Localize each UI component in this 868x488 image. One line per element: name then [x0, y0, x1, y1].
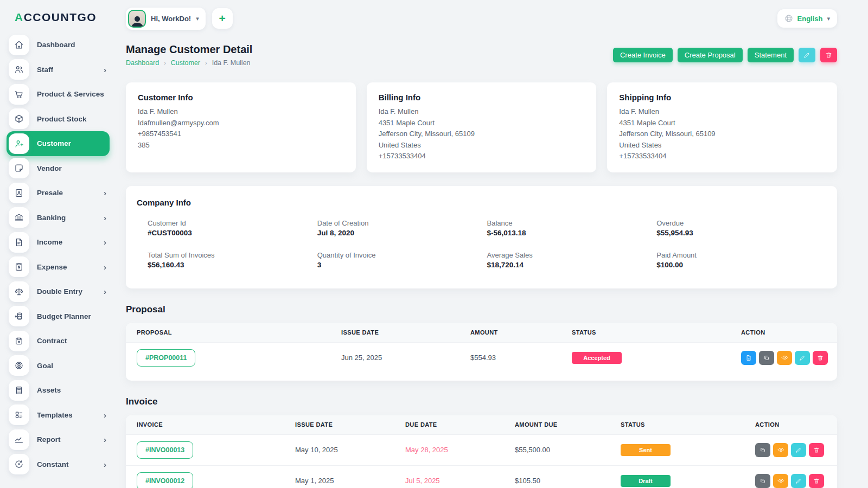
status-badge: Accepted [572, 352, 622, 364]
edit-customer-button[interactable] [799, 48, 815, 62]
sidebar-item-templates[interactable]: Templates › [7, 403, 110, 428]
chevron-right-icon: › [104, 189, 106, 197]
view-button[interactable] [777, 351, 792, 365]
billing-street: 4351 Maple Court [379, 118, 585, 129]
sidebar-item-income[interactable]: Income › [7, 230, 110, 255]
bank-icon [9, 207, 29, 228]
presale-icon [9, 183, 29, 203]
edit-button[interactable] [795, 351, 810, 365]
company-fields: Customer Id#CUST00003 Date of CreationJu… [137, 219, 826, 269]
shipping-name: Ida F. Mullen [619, 106, 825, 118]
file-icon [745, 355, 752, 361]
delete-button[interactable] [813, 351, 828, 365]
billing-info-card: Billing Info Ida F. Mullen 4351 Maple Co… [367, 82, 597, 172]
sidebar-item-vendor[interactable]: Vendor [7, 156, 110, 181]
view-button[interactable] [773, 443, 788, 457]
billing-country: United States [379, 140, 585, 151]
statement-button[interactable]: Statement [748, 48, 794, 62]
sidebar-item-expense[interactable]: Expense › [7, 255, 110, 280]
budget-coins-icon [9, 306, 29, 326]
topbar: Hi, WorkDo! ▾ + English ▾ [126, 5, 837, 31]
column-header: STATUS [572, 329, 741, 336]
convert-invoice-button[interactable] [741, 351, 756, 365]
sidebar-item-customer[interactable]: Customer [7, 131, 110, 156]
sidebar-item-budget-planner[interactable]: Budget Planner [7, 304, 110, 329]
chevron-right-icon: › [104, 460, 106, 468]
invoice-due-date: May 28, 2025 [405, 446, 515, 454]
templates-layout-icon [9, 404, 29, 425]
sidebar-item-product-services[interactable]: Product & Services [7, 82, 110, 107]
edit-button[interactable] [791, 443, 806, 457]
language-selector[interactable]: English ▾ [777, 9, 837, 28]
edit-button[interactable] [791, 474, 806, 488]
report-chart-icon [9, 429, 29, 450]
sidebar-item-contract[interactable]: Contract [7, 329, 110, 354]
chevron-right-icon: › [104, 238, 106, 246]
field-date-of-creation: Date of CreationJul 8, 2020 [317, 219, 487, 237]
customer-info-card: Customer Info Ida F. Mullen Idafmullen@a… [126, 82, 356, 172]
proposal-actions [741, 351, 828, 365]
breadcrumb-dashboard[interactable]: Dashboard [126, 59, 159, 67]
sidebar-item-dashboard[interactable]: Dashboard [7, 33, 110, 57]
invoice-section-title: Invoice [126, 396, 837, 407]
delete-customer-button[interactable] [820, 48, 837, 62]
field-customer-id: Customer Id#CUST00003 [148, 219, 317, 237]
invoice-actions [755, 474, 826, 488]
shipping-street: 4351 Maple Court [619, 118, 825, 129]
card-title: Company Info [137, 198, 826, 207]
cart-icon [9, 84, 29, 105]
customer-email: Idafmullen@armyspy.com [138, 118, 344, 129]
language-label: English [797, 15, 823, 23]
invoice-table-header: INVOICE ISSUE DATE DUE DATE AMOUNT DUE S… [126, 415, 837, 434]
breadcrumb-customer[interactable]: Customer [171, 59, 200, 67]
sidebar-item-constant[interactable]: Constant › [7, 452, 110, 477]
chevron-right-icon: › [104, 287, 106, 296]
column-header: AMOUNT [470, 329, 572, 336]
page-actions: Create Invoice Create Proposal Statement [613, 48, 837, 62]
invoice-number-link[interactable]: #INVO00013 [137, 441, 193, 459]
pencil-icon [795, 447, 802, 453]
contract-save-icon [9, 331, 29, 351]
sidebar-item-staff[interactable]: Staff › [7, 57, 110, 82]
delete-button[interactable] [809, 474, 824, 488]
sidebar-item-product-stock[interactable]: Product Stock [7, 107, 110, 132]
invoice-number-link[interactable]: #INVO00012 [137, 472, 193, 488]
quick-add-button[interactable]: + [212, 8, 233, 29]
create-proposal-button[interactable]: Create Proposal [678, 48, 743, 62]
page-title: Manage Customer Detail [126, 43, 252, 56]
status-badge: Sent [621, 444, 671, 456]
proposal-number-link[interactable]: #PROP00011 [137, 349, 195, 367]
page-header: Manage Customer Detail Dashboard › Custo… [126, 43, 837, 67]
create-invoice-button[interactable]: Create Invoice [613, 48, 673, 62]
field-balance: Balance$-56,013.18 [487, 219, 657, 237]
column-header: DUE DATE [405, 421, 515, 428]
eye-icon [781, 354, 788, 361]
duplicate-button[interactable] [755, 443, 770, 457]
invoice-amount-due: $105.50 [515, 477, 621, 485]
home-icon [9, 35, 29, 55]
sidebar-item-double-entry[interactable]: Double Entry › [7, 279, 110, 304]
view-button[interactable] [773, 474, 788, 488]
sidebar-item-assets[interactable]: Assets [7, 378, 110, 403]
status-badge: Draft [621, 475, 671, 487]
proposal-amount: $554.93 [470, 354, 572, 362]
copy-icon [763, 355, 770, 361]
proposal-row: #PROP00011 Jun 25, 2025 $554.93 Accepted [126, 342, 837, 373]
duplicate-button[interactable] [755, 474, 770, 488]
box-icon [9, 108, 29, 129]
user-menu[interactable]: Hi, WorkDo! ▾ [126, 8, 206, 30]
proposal-table: PROPOSAL ISSUE DATE AMOUNT STATUS ACTION… [126, 323, 837, 381]
copy-icon [760, 447, 766, 453]
shipping-country: United States [619, 140, 825, 151]
invoice-amount-due: $55,500.00 [515, 446, 621, 454]
greeting-text: Hi, WorkDo! [151, 15, 191, 23]
column-header: INVOICE [137, 421, 295, 428]
sidebar-item-banking[interactable]: Banking › [7, 206, 110, 230]
duplicate-button[interactable] [759, 351, 774, 365]
constant-refresh-icon [9, 454, 29, 474]
delete-button[interactable] [809, 443, 824, 457]
sidebar-item-goal[interactable]: Goal [7, 354, 110, 378]
staff-icon [9, 59, 29, 80]
sidebar-item-report[interactable]: Report › [7, 427, 110, 452]
sidebar-item-presale[interactable]: Presale › [7, 181, 110, 206]
